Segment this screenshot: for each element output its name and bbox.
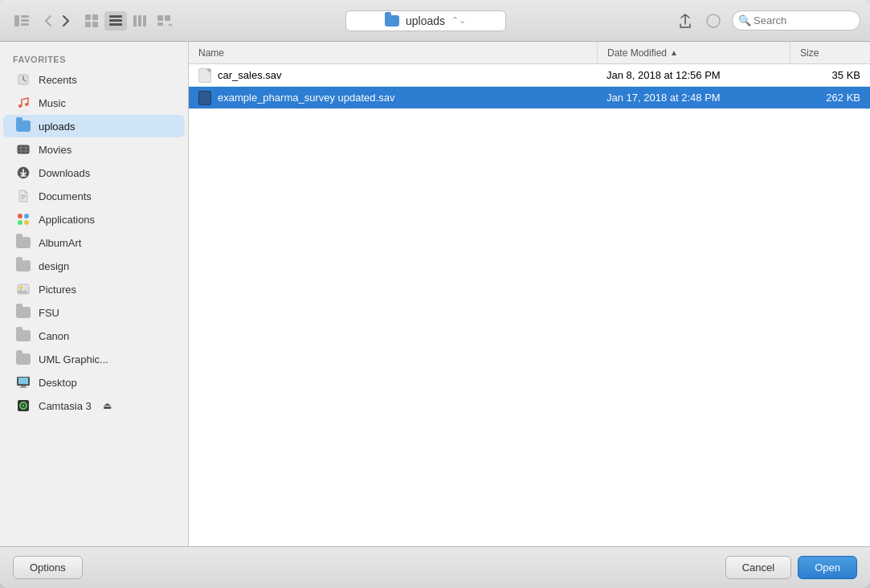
sidebar-item-uml-label: UML Graphic...: [39, 353, 108, 365]
column-header-name[interactable]: Name: [189, 42, 597, 63]
toolbar: uploads ⌃⌄ 🔍: [0, 0, 870, 42]
sidebar-item-desktop-label: Desktop: [39, 377, 77, 389]
cancel-button[interactable]: Cancel: [725, 556, 791, 579]
sidebar-item-canon[interactable]: Canon: [3, 325, 185, 347]
sidebar-item-recents[interactable]: Recents: [3, 68, 185, 91]
sidebar-item-desktop[interactable]: Desktop: [3, 371, 185, 394]
tag-button[interactable]: [701, 10, 725, 31]
svg-point-45: [22, 405, 25, 407]
sidebar-item-movies-label: Movies: [39, 144, 71, 156]
svg-point-33: [18, 214, 22, 218]
column-header-size[interactable]: Size: [790, 42, 870, 63]
sidebar-item-camtasia[interactable]: Camtasia 3 ⏏: [3, 394, 185, 417]
svg-rect-12: [138, 15, 141, 27]
file-list-header: Name Date Modified ▲ Size: [189, 42, 870, 64]
view-icon-button[interactable]: [80, 11, 103, 31]
svg-rect-4: [85, 14, 91, 20]
svg-rect-42: [19, 387, 27, 388]
albumart-icon: [16, 235, 31, 250]
file-date: Jan 17, 2018 at 2:48 PM: [607, 92, 721, 104]
file-list: car_sales.sav Jan 8, 2018 at 12:56 PM 35…: [189, 64, 870, 546]
sidebar-item-design[interactable]: design: [3, 255, 185, 277]
svg-rect-7: [92, 22, 98, 27]
view-buttons: [80, 11, 177, 31]
sidebar-item-documents-label: Documents: [39, 190, 92, 202]
sidebar-item-albumart[interactable]: AlbumArt: [3, 231, 185, 254]
svg-rect-41: [21, 386, 26, 387]
file-size-cell: 262 KB: [790, 87, 870, 108]
sidebar-item-uml[interactable]: UML Graphic...: [3, 348, 185, 370]
sidebar-item-documents[interactable]: Documents: [3, 185, 185, 207]
sidebar-item-pictures[interactable]: Pictures: [3, 278, 185, 300]
file-size: 35 KB: [832, 69, 860, 81]
view-more-button[interactable]: [153, 11, 177, 31]
location-pill[interactable]: uploads ⌃⌄: [345, 10, 506, 31]
sidebar-item-uploads[interactable]: uploads: [3, 115, 185, 137]
file-size: 262 KB: [826, 92, 860, 104]
svg-rect-6: [85, 22, 91, 27]
svg-point-22: [25, 103, 28, 106]
sidebar-item-movies[interactable]: Movies: [3, 138, 185, 161]
sidebar-item-canon-label: Canon: [39, 330, 69, 342]
file-name-cell: car_sales.sav: [189, 64, 597, 86]
svg-point-34: [24, 214, 29, 218]
chevron-updown-icon: ⌃⌄: [451, 15, 466, 26]
svg-point-36: [24, 220, 29, 225]
file-date-cell: Jan 17, 2018 at 2:48 PM: [597, 87, 790, 108]
sidebar-item-camtasia-label: Camtasia 3: [39, 400, 92, 412]
svg-rect-2: [21, 19, 29, 22]
table-row[interactable]: car_sales.sav Jan 8, 2018 at 12:56 PM 35…: [189, 64, 870, 87]
sort-indicator: ▲: [670, 48, 678, 57]
svg-rect-11: [133, 15, 137, 27]
sidebar-item-music[interactable]: Music: [3, 92, 185, 114]
svg-point-21: [18, 104, 22, 108]
fsu-icon: [16, 305, 31, 320]
file-open-dialog: uploads ⌃⌄ 🔍 Favorites: [0, 0, 870, 588]
view-columns-button[interactable]: [129, 11, 151, 31]
svg-rect-10: [109, 23, 122, 26]
sidebar-item-music-label: Music: [39, 97, 66, 109]
sidebar-item-albumart-label: AlbumArt: [39, 237, 81, 249]
svg-rect-0: [14, 15, 19, 27]
open-button[interactable]: Open: [798, 556, 857, 579]
uml-icon: [16, 352, 31, 366]
forward-button[interactable]: [58, 12, 74, 30]
location-label: uploads: [406, 14, 445, 27]
file-icon-sav-plain: [198, 68, 211, 83]
file-size-cell: 35 KB: [790, 64, 870, 86]
sidebar-item-applications[interactable]: Applications: [3, 208, 185, 231]
svg-rect-15: [165, 15, 170, 21]
file-date: Jan 8, 2018 at 12:56 PM: [607, 69, 721, 81]
svg-rect-40: [18, 378, 28, 384]
bottom-bar: Options Cancel Open: [0, 546, 870, 588]
options-button[interactable]: Options: [13, 556, 83, 579]
search-input[interactable]: [732, 10, 860, 31]
location-bar: uploads ⌃⌄: [183, 10, 668, 31]
file-name: car_sales.sav: [218, 69, 281, 81]
sidebar-item-recents-label: Recents: [39, 74, 77, 86]
sidebar-item-downloads[interactable]: Downloads: [3, 161, 185, 184]
movies-icon: [16, 142, 31, 157]
action-buttons: [674, 10, 725, 31]
sidebar-toggle-button[interactable]: [10, 11, 34, 31]
table-row[interactable]: example_pharma_survey updated.sav Jan 17…: [189, 87, 870, 109]
sidebar-item-fsu[interactable]: FSU: [3, 301, 185, 324]
sidebar-item-applications-label: Applications: [39, 214, 95, 226]
svg-rect-5: [92, 14, 98, 20]
main-content: Favorites Recents: [0, 42, 870, 546]
column-header-date[interactable]: Date Modified ▲: [597, 42, 790, 63]
view-list-button[interactable]: [104, 11, 127, 31]
sidebar-item-design-label: design: [39, 260, 69, 272]
back-button[interactable]: [40, 12, 56, 30]
camtasia-icon: [16, 398, 31, 413]
file-date-cell: Jan 8, 2018 at 12:56 PM: [597, 64, 790, 86]
file-name: example_pharma_survey updated.sav: [218, 92, 394, 104]
pictures-icon: [16, 282, 31, 296]
recents-icon: [16, 72, 31, 87]
share-button[interactable]: [674, 10, 696, 31]
svg-rect-8: [109, 15, 122, 18]
right-buttons: Cancel Open: [725, 556, 857, 579]
svg-rect-23: [18, 145, 29, 153]
svg-rect-13: [143, 15, 146, 27]
music-icon: [16, 96, 31, 110]
